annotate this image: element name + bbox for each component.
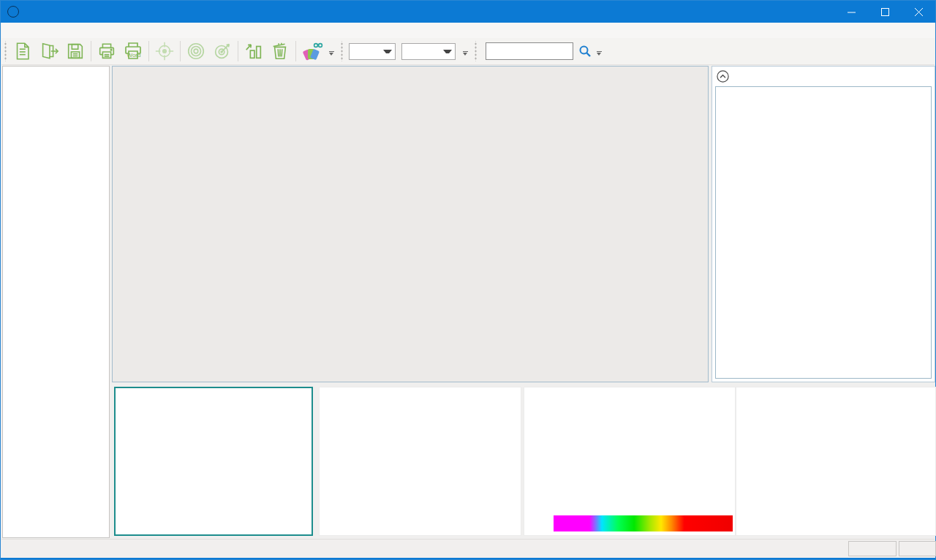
application-window: Word — [0, 0, 936, 560]
spectrum-color-bar — [554, 515, 733, 531]
chevron-down-icon — [383, 50, 392, 56]
collapse-panel-icon[interactable] — [717, 70, 729, 83]
window-accent-edge — [1, 558, 935, 559]
maximize-button[interactable] — [868, 1, 902, 23]
statistics-button[interactable] — [241, 39, 267, 64]
toolbar-overflow-icon-2[interactable] — [460, 47, 470, 61]
toolbar-grip-2[interactable] — [340, 41, 344, 61]
reflectance-spectrum-chart[interactable] — [524, 387, 736, 536]
status-empty-segment — [899, 541, 936, 556]
auto-mode-button[interactable] — [848, 541, 897, 556]
color-card-match-button[interactable] — [298, 39, 325, 64]
save-button[interactable] — [62, 39, 88, 64]
export-data-button[interactable] — [36, 39, 62, 64]
menu-bar — [1, 23, 935, 38]
data-grids-panel — [112, 66, 709, 382]
word-label: Word — [127, 52, 141, 58]
title-bar — [1, 1, 935, 23]
calibrate-target-icon-button[interactable] — [151, 39, 178, 64]
delete-button[interactable] — [267, 39, 293, 64]
status-bar — [1, 539, 935, 558]
search-input[interactable] — [486, 42, 573, 60]
print-button[interactable] — [94, 39, 120, 64]
toolbar: Word — [1, 38, 935, 65]
whiteboard-calibration-button[interactable] — [183, 39, 209, 64]
print-word-button[interactable]: Word — [120, 39, 146, 64]
delta-ab-scatter-chart[interactable] — [114, 387, 313, 536]
toolbar-overflow-icon[interactable] — [326, 47, 336, 61]
blackboard-calibration-button[interactable] — [209, 39, 235, 64]
color-difference-panel — [712, 66, 935, 382]
cielab-card — [715, 86, 932, 379]
delta-e-trend-chart[interactable] — [319, 387, 521, 536]
new-document-button[interactable] — [10, 39, 36, 64]
toolbar-overflow-icon-3[interactable] — [594, 47, 604, 61]
toolbar-grip-3[interactable] — [474, 41, 478, 61]
toolbar-grip[interactable] — [4, 41, 7, 61]
chevron-down-icon — [443, 50, 452, 56]
minimize-button[interactable] — [834, 1, 868, 23]
illuminant-observer-select[interactable] — [401, 43, 456, 60]
app-logo-icon — [7, 6, 19, 18]
lab-gamut-chart[interactable] — [736, 387, 936, 536]
sample-tree — [2, 66, 110, 538]
close-button[interactable] — [902, 1, 935, 23]
search-icon[interactable] — [578, 44, 592, 58]
measure-mode-select[interactable] — [349, 43, 396, 60]
